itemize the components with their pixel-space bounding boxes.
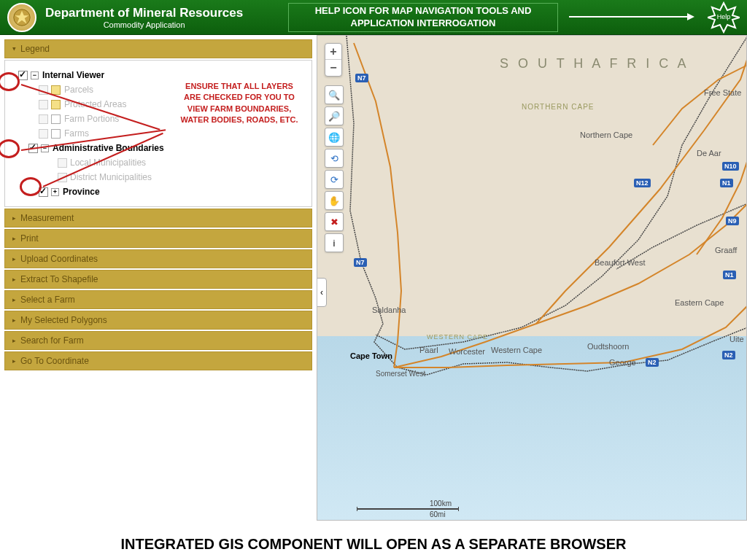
checkbox-icon[interactable] <box>39 100 48 109</box>
route-badge: N2 <box>722 351 735 359</box>
help-banner: HELP ICON FOR MAP NAVIGATION TOOLS AND A… <box>288 3 558 32</box>
swatch-icon <box>51 85 61 95</box>
city-label: George <box>609 358 636 367</box>
annotation-circle <box>0 72 20 91</box>
region-label: NORTHERN CAPE <box>522 103 595 111</box>
app-header: Department of Mineral Resources Commodit… <box>0 0 747 35</box>
national-crest-icon <box>7 3 36 32</box>
collapse-icon[interactable]: − <box>31 71 39 79</box>
annotation-circle <box>20 177 42 196</box>
map-viewport[interactable]: S O U T H A F R I C A NORTHERN CAPE Nort… <box>317 35 747 521</box>
footer-caption: INTEGRATED GIS COMPONENT WILL OPEN AS A … <box>0 536 747 553</box>
checkbox-icon[interactable] <box>18 71 28 80</box>
expand-icon[interactable]: + <box>51 188 59 196</box>
panel-print[interactable]: ▸Print <box>4 229 312 248</box>
checkbox-icon[interactable] <box>58 158 67 168</box>
swatch-icon <box>51 129 61 139</box>
collapse-sidebar-tab[interactable]: ‹ <box>317 278 327 307</box>
annotation-note: ENSURE THAT ALL LAYERS ARE CHECKED FOR Y… <box>177 81 301 126</box>
swatch-icon <box>51 114 61 124</box>
route-badge: N2 <box>646 358 659 367</box>
checkbox-icon[interactable] <box>39 129 48 139</box>
zoom-out-button[interactable]: − <box>325 60 341 76</box>
panel-goto-coordinate[interactable]: ▸Go To Coordinate <box>4 351 312 370</box>
main-area: ▸Legend ENSURE THAT ALL LAYERS ARE CHECK… <box>0 35 747 521</box>
route-badge: N1 <box>720 179 733 187</box>
zoom-control: + − <box>325 43 342 77</box>
arrow-annotation <box>569 16 693 18</box>
panel-extract-shapefile[interactable]: ▸Extract To Shapefile <box>4 270 312 289</box>
country-label: S O U T H A F R I C A <box>500 56 689 71</box>
zoom-in-button[interactable]: + <box>325 44 341 60</box>
city-label: Northern Cape <box>580 131 632 139</box>
layer-admin-boundaries[interactable]: − Administrative Boundaries <box>18 141 306 155</box>
route-badge: N7 <box>354 258 367 267</box>
layer-local-muni[interactable]: Local Municipalities <box>18 155 306 170</box>
route-badge: N1 <box>723 271 736 279</box>
route-badge: N9 <box>726 217 739 225</box>
layer-internal-viewer[interactable]: − Internal Viewer <box>18 68 306 82</box>
zoom-in-tool[interactable]: 🔍 <box>325 85 344 104</box>
identify-tool[interactable]: i <box>325 233 344 252</box>
clear-tool[interactable]: ✖ <box>325 212 344 231</box>
help-button[interactable]: Help <box>708 1 740 34</box>
scale-bar: 100km 60mi <box>357 508 459 510</box>
full-extent-tool[interactable]: 🌐 <box>325 128 344 147</box>
panel-legend[interactable]: ▸Legend <box>4 39 312 58</box>
city-label: Uite <box>729 335 744 343</box>
city-label: Beaufort West <box>595 258 646 267</box>
route-badge: N12 <box>634 179 651 187</box>
annotation-circle <box>0 139 20 158</box>
panel-upload-coordinates[interactable]: ▸Upload Coordinates <box>4 249 312 268</box>
panel-my-polygons[interactable]: ▸My Selected Polygons <box>4 311 312 330</box>
route-badge: N7 <box>355 74 368 82</box>
city-label: De Aar <box>697 149 721 158</box>
city-label: Western Cape <box>491 346 542 354</box>
checkbox-icon[interactable] <box>39 114 48 124</box>
zoom-next-tool[interactable]: ⟳ <box>325 170 344 189</box>
panel-measurement[interactable]: ▸Measurement <box>4 209 312 228</box>
city-label: Worcester <box>449 347 485 356</box>
help-label: Help <box>708 13 740 20</box>
layer-province[interactable]: + Province <box>18 184 306 199</box>
city-label: Free State <box>704 88 741 97</box>
zoom-prev-tool[interactable]: ⟲ <box>325 149 344 168</box>
department-subtitle: Commodity Application <box>45 20 243 29</box>
zoom-out-tool[interactable]: 🔎 <box>325 106 344 125</box>
city-label: Graaff <box>715 246 737 254</box>
department-title: Department of Mineral Resources <box>45 6 243 20</box>
legend-body: ENSURE THAT ALL LAYERS ARE CHECKED FOR Y… <box>4 60 312 207</box>
region-label: WESTERN CAPE <box>427 333 488 341</box>
map-toolbar: 🔍 🔎 🌐 ⟲ ⟳ ✋ ✖ i <box>325 85 344 252</box>
city-label: Somerset West <box>376 370 425 378</box>
pan-tool[interactable]: ✋ <box>325 191 344 210</box>
swatch-icon <box>51 100 61 109</box>
sidebar: ▸Legend ENSURE THAT ALL LAYERS ARE CHECK… <box>0 35 317 521</box>
panel-search-farm[interactable]: ▸Search for Farm <box>4 331 312 350</box>
panel-select-farm[interactable]: ▸Select a Farm <box>4 290 312 309</box>
city-label: Eastern Cape <box>675 298 724 307</box>
city-label: Cape Town <box>350 351 392 360</box>
city-label: Oudtshoorn <box>587 342 629 351</box>
city-label: Saldanha <box>372 306 406 314</box>
route-badge: N10 <box>722 162 739 171</box>
city-label: Paarl <box>419 346 438 354</box>
department-block: Department of Mineral Resources Commodit… <box>45 6 243 29</box>
